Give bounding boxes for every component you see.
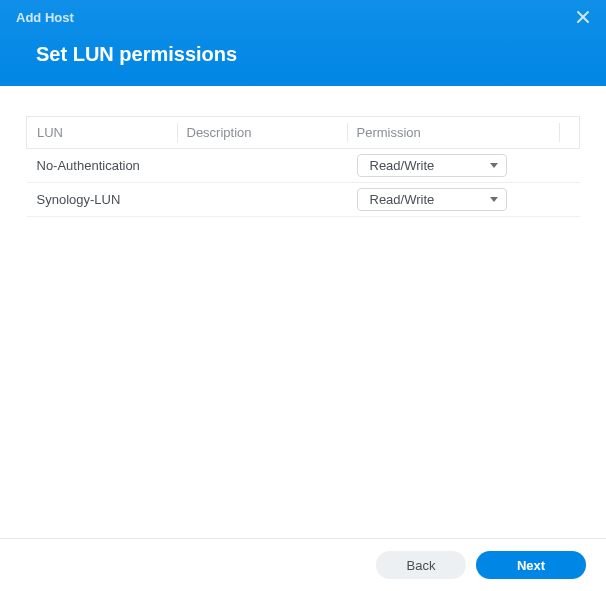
dialog-header: Add Host Set LUN permissions — [0, 0, 606, 86]
back-button[interactable]: Back — [376, 551, 466, 579]
cell-description — [177, 149, 347, 183]
table-row[interactable]: No-Authentication Read/Write — [27, 149, 580, 183]
chevron-down-icon — [490, 197, 498, 202]
cell-lun: Synology-LUN — [27, 183, 177, 217]
lun-permissions-table: LUN Description Permission No-Authentica… — [26, 116, 580, 217]
column-header-description[interactable]: Description — [177, 117, 347, 149]
dialog-footer: Back Next — [0, 538, 606, 591]
chevron-down-icon — [490, 163, 498, 168]
dropdown-value: Read/Write — [370, 158, 435, 173]
permission-dropdown[interactable]: Read/Write — [357, 154, 507, 177]
content-area: LUN Description Permission No-Authentica… — [0, 86, 606, 538]
cell-permission: Read/Write — [347, 149, 560, 183]
column-header-extra — [559, 117, 580, 149]
next-button[interactable]: Next — [476, 551, 586, 579]
permission-dropdown[interactable]: Read/Write — [357, 188, 507, 211]
cell-permission: Read/Write — [347, 183, 560, 217]
cell-lun: No-Authentication — [27, 149, 177, 183]
dropdown-value: Read/Write — [370, 192, 435, 207]
table-row[interactable]: Synology-LUN Read/Write — [27, 183, 580, 217]
window-title: Add Host — [16, 10, 590, 25]
column-header-lun[interactable]: LUN — [27, 117, 177, 149]
page-title: Set LUN permissions — [16, 43, 590, 70]
close-icon[interactable] — [576, 10, 592, 26]
column-header-permission[interactable]: Permission — [347, 117, 560, 149]
cell-description — [177, 183, 347, 217]
